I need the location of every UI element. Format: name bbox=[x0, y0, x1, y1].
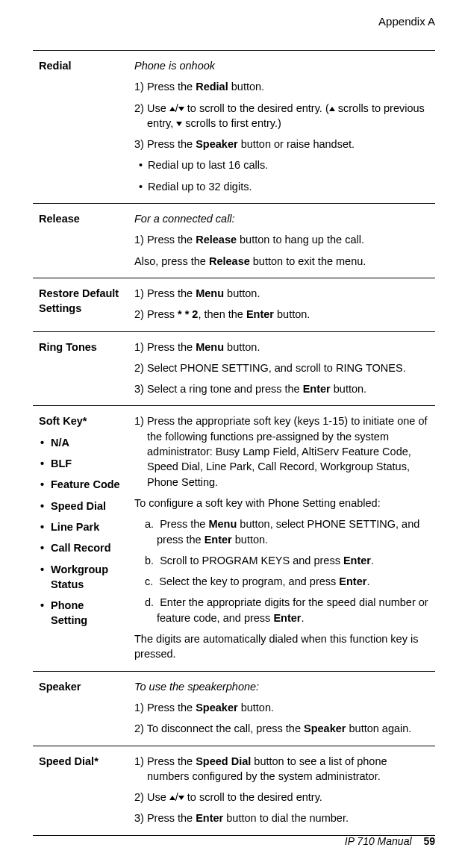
softkey-note: The digits are automatically dialed when… bbox=[134, 631, 429, 662]
desc-ring-tones: 1) Press the Menu button. 2) Select PHON… bbox=[128, 331, 435, 406]
list-item: Speed Dial bbox=[51, 499, 122, 513]
label-redial: Redial bbox=[33, 51, 128, 204]
speeddial-step3: 3) Press the Enter button to dial the nu… bbox=[134, 811, 429, 825]
row-speaker: Speaker To use the speakerphone: 1) Pres… bbox=[33, 671, 435, 746]
up-arrow-icon bbox=[169, 107, 175, 111]
label-speed-dial: Speed Dial* bbox=[33, 746, 128, 835]
footer-page-number: 59 bbox=[423, 835, 435, 847]
label-release: Release bbox=[33, 204, 128, 278]
list-item: N/A bbox=[51, 435, 122, 450]
softkey-config: To configure a soft key with Phone Setti… bbox=[134, 496, 429, 511]
speaker-lead: To use the speakerphone: bbox=[134, 679, 429, 694]
label-ring-tones: Ring Tones bbox=[33, 331, 128, 406]
redial-bullet2: Redial up to 32 digits. bbox=[134, 179, 429, 194]
desc-soft-key: 1) Press the appropriate soft key (keys … bbox=[128, 406, 435, 671]
softkey-b: b. Scroll to PROGRAM KEYS and press Ente… bbox=[134, 553, 429, 568]
desc-release: For a connected call: 1) Press the Relea… bbox=[128, 204, 435, 278]
desc-speed-dial: 1) Press the Speed Dial button to see a … bbox=[128, 746, 435, 835]
ring-step1: 1) Press the Menu button. bbox=[134, 340, 429, 355]
release-lead: For a connected call: bbox=[134, 211, 429, 226]
release-step1: 1) Press the Release button to hang up t… bbox=[134, 232, 429, 247]
label-soft-key: Soft Key* N/A BLF Feature Code Speed Dia… bbox=[33, 406, 128, 671]
softkey-a: a. Press the Menu button, select PHONE S… bbox=[134, 516, 429, 547]
row-ring-tones: Ring Tones 1) Press the Menu button. 2) … bbox=[33, 331, 435, 406]
release-also: Also, press the Release button to exit t… bbox=[134, 254, 429, 269]
list-item: Workgroup Status bbox=[51, 562, 122, 593]
row-soft-key: Soft Key* N/A BLF Feature Code Speed Dia… bbox=[33, 406, 435, 671]
softkey-d: d. Enter the appropriate digits for the … bbox=[134, 595, 429, 625]
restore-step1: 1) Press the Menu button. bbox=[134, 286, 429, 301]
speeddial-step2: 2) Use / to scroll to the desired entry. bbox=[134, 790, 429, 805]
speeddial-step1: 1) Press the Speed Dial button to see a … bbox=[134, 754, 429, 784]
list-item: Call Record bbox=[51, 540, 122, 555]
list-item: Feature Code bbox=[51, 477, 122, 492]
page: Appendix A Redial Phone is onhook 1) Pre… bbox=[0, 0, 462, 868]
down-arrow-icon bbox=[178, 796, 184, 800]
ring-step2: 2) Select PHONE SETTING, and scroll to R… bbox=[134, 360, 429, 375]
features-table: Redial Phone is onhook 1) Press the Redi… bbox=[33, 50, 435, 836]
soft-key-sublist: N/A BLF Feature Code Speed Dial Line Par… bbox=[39, 435, 122, 628]
row-release: Release For a connected call: 1) Press t… bbox=[33, 204, 435, 278]
desc-redial: Phone is onhook 1) Press the Redial butt… bbox=[128, 51, 435, 204]
desc-speaker: To use the speakerphone: 1) Press the Sp… bbox=[128, 671, 435, 746]
down-arrow-icon bbox=[178, 107, 184, 111]
up-arrow-icon bbox=[329, 107, 335, 111]
list-item: BLF bbox=[51, 456, 122, 471]
restore-step2: 2) Press * * 2, then the Enter button. bbox=[134, 307, 429, 322]
speaker-step2: 2) To disconnect the call, press the Spe… bbox=[134, 721, 429, 736]
row-restore: Restore Default Settings 1) Press the Me… bbox=[33, 278, 435, 331]
redial-step2: 2) Use / to scroll to the desired entry.… bbox=[134, 101, 429, 131]
row-speed-dial: Speed Dial* 1) Press the Speed Dial butt… bbox=[33, 746, 435, 835]
redial-lead: Phone is onhook bbox=[134, 58, 429, 73]
redial-step1: 1) Press the Redial button. bbox=[134, 79, 429, 94]
row-redial: Redial Phone is onhook 1) Press the Redi… bbox=[33, 51, 435, 204]
page-footer: IP 710 Manual 59 bbox=[345, 835, 435, 847]
speaker-step1: 1) Press the Speaker button. bbox=[134, 700, 429, 715]
redial-step3: 3) Press the Speaker button or raise han… bbox=[134, 137, 429, 152]
label-speaker: Speaker bbox=[33, 671, 128, 746]
ring-step3: 3) Select a ring tone and press the Ente… bbox=[134, 381, 429, 396]
label-restore: Restore Default Settings bbox=[33, 278, 128, 331]
footer-title: IP 710 Manual bbox=[345, 835, 412, 847]
list-item: Line Park bbox=[51, 519, 122, 534]
softkey-c: c. Select the key to program, and press … bbox=[134, 574, 429, 589]
up-arrow-icon bbox=[169, 796, 175, 800]
desc-restore: 1) Press the Menu button. 2) Press * * 2… bbox=[128, 278, 435, 331]
list-item: Phone Setting bbox=[51, 598, 122, 628]
softkey-step1: 1) Press the appropriate soft key (keys … bbox=[134, 413, 429, 489]
redial-bullet1: Redial up to last 16 calls. bbox=[134, 157, 429, 172]
page-header: Appendix A bbox=[33, 15, 435, 28]
